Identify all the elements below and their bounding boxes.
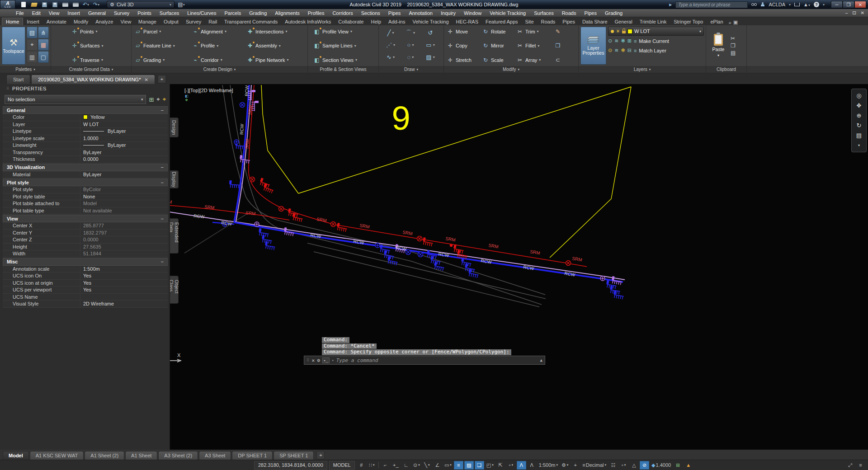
collapse-icon[interactable]: −: [161, 259, 164, 264]
ribbon-tab[interactable]: Annotate: [43, 18, 70, 25]
doc-minimize-button[interactable]: –: [845, 10, 848, 15]
ribbon-button[interactable]: ✛Stretch: [447, 56, 480, 64]
quick-select-icon[interactable]: ⌖: [163, 96, 166, 103]
draw-panel-title[interactable]: Draw▾: [379, 66, 444, 73]
draw-xline-button[interactable]: ⋰▾: [381, 39, 401, 51]
layer-properties-button[interactable]: Layer Properties: [580, 27, 606, 65]
infer-constraints-icon[interactable]: ⌐: [381, 461, 390, 470]
collapse-icon[interactable]: −: [161, 180, 164, 185]
pan-icon[interactable]: ✥: [857, 103, 862, 108]
property-row[interactable]: Center Y 1832.2797: [3, 230, 168, 237]
ribbon-button[interactable]: ✂ Fillet▾: [516, 42, 552, 50]
orbit-icon[interactable]: ↻: [857, 122, 862, 128]
nav-wheel-icon[interactable]: ◎: [856, 93, 861, 99]
property-row[interactable]: Plot table type Not available: [3, 207, 168, 215]
close-button[interactable]: ✕: [854, 1, 866, 8]
cut-button[interactable]: ✂: [731, 35, 736, 42]
osnap-3d-icon[interactable]: ◰▾: [485, 461, 495, 470]
isodraft-icon[interactable]: ╲▾: [422, 461, 432, 470]
warning-icon[interactable]: ▲: [684, 461, 693, 470]
menu-item[interactable]: Corridors: [328, 10, 357, 16]
save-button[interactable]: [41, 1, 48, 8]
property-row[interactable]: UCS icon at origin Yes: [3, 280, 168, 287]
section-misc[interactable]: Misc−: [3, 258, 168, 266]
property-row[interactable]: Color Yellow: [3, 114, 168, 121]
ribbon-button[interactable]: ✚ Intersections▾: [246, 27, 305, 36]
menu-item[interactable]: Profiles: [304, 10, 329, 16]
ribbon-button[interactable]: ◧ Profile View▾: [313, 27, 376, 36]
tab-object-class[interactable]: Object Class: [170, 276, 179, 304]
ribbon-tab[interactable]: Analyze: [92, 18, 117, 25]
new-features-icon[interactable]: ⊞: [673, 461, 683, 470]
draw-line-button[interactable]: ╱▾: [381, 27, 401, 39]
ribbon-tab[interactable]: Add-ins: [385, 18, 409, 25]
cgd-panel-title[interactable]: Create Ground Data▾: [51, 66, 132, 73]
help-dropdown-icon[interactable]: ▾: [823, 3, 825, 7]
ribbon-button[interactable]: ↻Mirror: [482, 42, 514, 50]
layout-tab[interactable]: SP SHEET 1: [274, 451, 314, 460]
drag-grip-icon[interactable]: ⠿: [307, 358, 310, 362]
ribbon-tab[interactable]: Trimble Link: [636, 18, 670, 25]
property-row[interactable]: Center X 285.8777: [3, 222, 168, 230]
property-row[interactable]: Thickness 0.0000: [3, 156, 168, 163]
document-tab[interactable]: 20190620_5384_WAX WORKING DRAWING* ✕: [31, 75, 155, 84]
app-store-icon[interactable]: [794, 3, 800, 6]
ribbon-button[interactable]: ✛Move: [447, 27, 480, 36]
ribbon-tab[interactable]: Autodesk InfraWorks: [281, 18, 335, 25]
snap-icon[interactable]: ∷▾: [367, 461, 377, 470]
annotation-monitor-icon[interactable]: +: [571, 461, 580, 470]
ribbon-tab[interactable]: HEC-RAS: [453, 18, 482, 25]
ribbon-tab[interactable]: Home: [2, 18, 23, 25]
ribbon-overflow-icon[interactable]: »: [729, 20, 731, 25]
ribbon-tab[interactable]: Modify: [70, 18, 92, 25]
quick-properties-icon[interactable]: ☷: [609, 461, 618, 470]
menu-item[interactable]: File: [12, 10, 28, 16]
draw-arc-button[interactable]: ⌒▾: [401, 27, 420, 39]
annotation-visibility-icon[interactable]: Λ: [517, 461, 526, 470]
settings-toggle[interactable]: ⋔: [38, 27, 49, 38]
default-lineweight-button[interactable]: ◆ 1.4000: [650, 461, 672, 470]
lineweight-toggle-icon[interactable]: ≡: [454, 461, 463, 470]
ribbon-button[interactable]: ✛Copy: [447, 42, 480, 50]
psv-panel-title[interactable]: Profile & Section Views: [308, 66, 379, 73]
undo-button[interactable]: ↶▾: [82, 1, 90, 8]
clean-screen-icon[interactable]: ⤢: [845, 461, 855, 470]
transparency-toggle-icon[interactable]: ▨: [464, 461, 474, 470]
ribbon-tab[interactable]: ePlan: [707, 18, 726, 25]
layout-tab[interactable]: A1 KSC SEW WAT: [30, 451, 84, 460]
coordinates-readout[interactable]: 282.3180, 1834.8184, 0.0000: [254, 461, 327, 470]
collapse-icon[interactable]: −: [161, 108, 164, 113]
select-objects-icon[interactable]: ⌖: [156, 96, 160, 103]
ribbon-button[interactable]: ⌁ Alignment▾: [192, 27, 245, 36]
drawing-canvas[interactable]: Design Display Extended Data Object Clas…: [170, 84, 868, 450]
paste-button[interactable]: Paste ▾: [708, 27, 729, 65]
layout-tab[interactable]: A1 Sheet: [125, 451, 157, 460]
palette-toggle-6[interactable]: ▢: [38, 51, 49, 63]
account-name[interactable]: ACLDA: [769, 2, 785, 7]
help-icon[interactable]: ?: [814, 2, 819, 7]
ribbon-button[interactable]: ⌁ Profile▾: [192, 42, 245, 50]
menu-item[interactable]: Window: [460, 10, 486, 16]
draw-revcloud-button[interactable]: ↺: [420, 27, 440, 39]
prospector-toggle[interactable]: ▤: [27, 27, 38, 38]
menu-item[interactable]: Lines/Curves: [183, 10, 220, 16]
ribbon-button[interactable]: ▱ Grading▾: [134, 56, 190, 64]
tab-design[interactable]: Design: [170, 118, 179, 137]
ribbon-button[interactable]: ✛ Surfaces▾: [71, 42, 128, 50]
open-button[interactable]: [30, 1, 38, 8]
ribbon-tab[interactable]: View: [117, 18, 135, 25]
search-expand-icon[interactable]: ▸: [669, 1, 672, 8]
undo-dropdown-icon[interactable]: ▾: [87, 3, 89, 7]
dynamic-input-icon[interactable]: +_: [391, 461, 401, 470]
ribbon-tab[interactable]: Rail: [205, 18, 221, 25]
ribbon-button[interactable]: ✂ Trim▾: [516, 27, 552, 36]
property-row[interactable]: Visual Style 2D Wireframe: [3, 301, 168, 308]
tab-extended-data[interactable]: Extended Data: [170, 218, 179, 254]
survey-toggle[interactable]: ⌖: [27, 39, 38, 51]
property-row[interactable]: Material ByLayer: [3, 171, 168, 179]
menu-item[interactable]: Alignments: [271, 10, 303, 16]
ribbon-tab[interactable]: Output: [160, 18, 182, 25]
explode-button[interactable]: ❐: [554, 42, 566, 50]
menu-item[interactable]: Parcels: [220, 10, 245, 16]
ribbon-button[interactable]: ✚ Assembly▾: [246, 42, 305, 50]
